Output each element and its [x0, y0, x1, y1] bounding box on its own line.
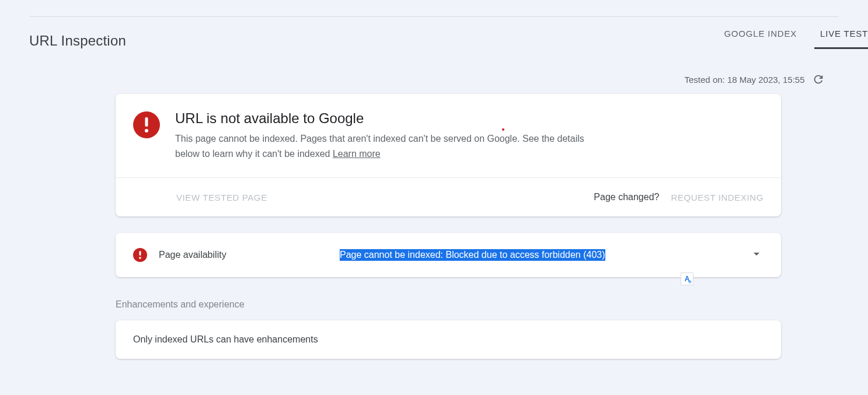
enhancements-section-label: Enhancements and experience — [116, 299, 781, 310]
refresh-icon[interactable] — [812, 73, 825, 86]
page-changed-label: Page changed? — [594, 192, 659, 202]
actions-right: Page changed? REQUEST INDEXING — [594, 192, 764, 202]
request-indexing-button: REQUEST INDEXING — [671, 193, 764, 202]
enhancements-card: Only indexed URLs can have enhancements — [116, 320, 781, 359]
view-tested-page-button: VIEW TESTED PAGE — [176, 193, 267, 202]
svg-point-1 — [145, 129, 148, 132]
tabs: GOOGLE INDEX LIVE TEST — [724, 29, 868, 49]
svg-rect-2 — [140, 251, 141, 256]
main-status-row: URL is not available to Google This page… — [116, 94, 781, 178]
status-text: URL is not available to Google This page… — [175, 110, 607, 161]
status-card: URL is not available to Google This page… — [116, 94, 781, 216]
svg-point-3 — [139, 257, 141, 259]
svg-rect-0 — [145, 117, 148, 127]
chevron-down-icon[interactable] — [750, 247, 764, 263]
main-content: URL is not available to Google This page… — [116, 94, 781, 359]
learn-more-link[interactable]: Learn more — [333, 149, 381, 159]
red-dot-indicator — [502, 128, 504, 131]
page-availability-status: Page cannot be indexed: Blocked due to a… — [340, 249, 605, 261]
status-description: This page cannot be indexed. Pages that … — [175, 131, 607, 161]
page-availability-label: Page availability — [159, 250, 328, 260]
page-title: URL Inspection — [29, 33, 126, 49]
tab-live-test[interactable]: LIVE TEST — [820, 29, 868, 49]
tab-google-index[interactable]: GOOGLE INDEX — [724, 29, 797, 49]
page-availability-card[interactable]: Page availability Page cannot be indexed… — [116, 233, 781, 277]
tested-timestamp: Tested on: 18 May 2023, 15:55 — [685, 75, 805, 85]
status-title: URL is not available to Google — [175, 110, 607, 127]
actions-row: VIEW TESTED PAGE Page changed? REQUEST I… — [116, 178, 781, 216]
error-icon — [133, 248, 147, 262]
enhancements-message: Only indexed URLs can have enhancements — [133, 334, 318, 344]
tested-timestamp-row: Tested on: 18 May 2023, 15:55 — [44, 73, 825, 86]
translate-icon[interactable]: A — [681, 272, 693, 285]
header: URL Inspection GOOGLE INDEX LIVE TEST — [0, 17, 868, 50]
error-icon — [133, 111, 160, 138]
